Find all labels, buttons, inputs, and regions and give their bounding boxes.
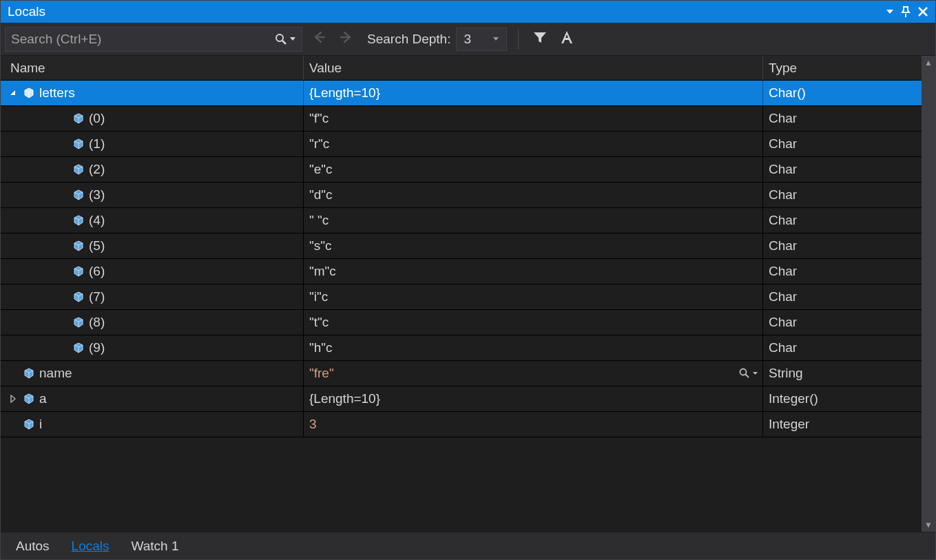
table-row[interactable]: (7)"i"cChar [1,284,922,310]
row-name-cell[interactable]: letters [1,81,304,105]
variable-icon [23,367,35,380]
row-value-cell[interactable]: "s"c [304,234,763,258]
visualizer-icon[interactable] [738,367,758,380]
table-row[interactable]: (8)"t"cChar [1,310,922,335]
row-name-cell[interactable]: (0) [1,106,304,131]
variable-value: "fre" [309,366,334,381]
tab-autos[interactable]: Autos [6,535,59,558]
titlebar-controls [886,6,928,18]
variable-type: Char() [769,85,806,101]
row-value-cell[interactable]: "i"c [304,284,763,309]
row-value-cell[interactable]: 3 [304,412,763,437]
row-name-cell[interactable]: i [1,412,304,437]
variable-value: {Length=10} [309,85,380,101]
row-name-cell[interactable]: (8) [1,310,304,335]
variable-icon [72,342,85,354]
search-input[interactable] [11,32,274,47]
variable-value: "h"c [309,340,333,355]
row-name-cell[interactable]: (4) [1,208,304,233]
search-depth-label: Search Depth: [367,32,450,47]
variable-value: "f"c [309,111,329,126]
variable-type: Integer() [769,391,818,406]
variable-name: (5) [89,238,105,253]
search-prev-icon[interactable] [308,29,330,50]
row-name-cell[interactable]: (9) [1,335,304,360]
table-row[interactable]: name"fre" String [1,361,922,386]
variable-icon [72,291,85,303]
variable-value: "m"c [309,264,336,279]
table-row[interactable]: (9)"h"cChar [1,335,922,361]
variable-icon [23,418,35,431]
row-value-cell[interactable]: "e"c [304,157,763,182]
variable-type: Char [769,111,797,126]
row-type-cell: String [763,361,922,386]
table-row[interactable]: (6)"m"cChar [1,259,922,284]
row-value-cell[interactable]: "f"c [304,106,763,131]
table-row[interactable]: (5)"s"cChar [1,234,922,259]
row-type-cell: Char [763,310,922,335]
row-name-cell[interactable]: (7) [1,284,304,309]
column-header-type[interactable]: Type [763,56,922,80]
row-value-cell[interactable]: {Length=10} [304,386,763,411]
row-value-cell[interactable]: "m"c [304,259,763,284]
table-row[interactable]: (0)"f"cChar [1,106,922,132]
table-row[interactable]: (2)"e"cChar [1,157,922,183]
row-name-cell[interactable]: (2) [1,157,304,182]
scroll-down-icon[interactable]: ▼ [924,520,933,530]
text-format-icon[interactable] [556,29,578,50]
table-row[interactable]: a{Length=10}Integer() [1,386,922,412]
row-type-cell: Char [763,234,922,258]
toolbar: Search Depth: 3 [1,23,935,56]
variable-name: name [39,366,72,381]
search-box[interactable] [5,27,302,52]
variable-name: (0) [89,111,105,126]
variable-name: (6) [89,264,105,279]
search-depth-select[interactable]: 3 [456,28,507,51]
variable-value: "e"c [309,162,333,177]
row-name-cell[interactable]: name [1,361,304,386]
toolbar-separator [518,29,519,50]
row-name-cell[interactable]: (5) [1,234,304,258]
row-value-cell[interactable]: " "c [304,208,763,233]
variable-value: "t"c [309,315,329,330]
variable-icon [72,316,85,329]
search-icon[interactable] [274,32,296,46]
expander-collapsed-icon[interactable] [8,393,19,404]
close-icon[interactable] [917,6,928,17]
row-value-cell[interactable]: "r"c [304,132,763,156]
row-type-cell: Char() [763,81,922,105]
row-value-cell[interactable]: "d"c [304,183,763,207]
variable-value: " "c [309,213,329,228]
vertical-scrollbar[interactable]: ▲ ▼ [922,56,935,532]
window-position-icon[interactable] [886,8,894,15]
row-name-cell[interactable]: (3) [1,183,304,207]
variable-value: "r"c [309,136,329,152]
table-row[interactable]: (1)"r"cChar [1,132,922,157]
filter-icon[interactable] [530,30,550,49]
row-name-cell[interactable]: (1) [1,132,304,156]
table-row[interactable]: (3)"d"cChar [1,183,922,208]
table-row[interactable]: i3Integer [1,412,922,437]
expander-expanded-icon[interactable] [8,87,19,98]
row-value-cell[interactable]: "t"c [304,310,763,335]
table-row[interactable]: letters{Length=10}Char() [1,81,922,106]
column-header-name[interactable]: Name [1,56,304,80]
row-value-cell[interactable]: "h"c [304,335,763,360]
table-row[interactable]: (4)" "cChar [1,208,922,234]
row-name-cell[interactable]: (6) [1,259,304,284]
row-value-cell[interactable]: {Length=10} [304,81,763,105]
locals-panel: Locals Search Depth: [0,0,936,560]
variable-icon [72,138,85,150]
row-type-cell: Char [763,157,922,182]
variable-icon [23,87,35,99]
row-name-cell[interactable]: a [1,386,304,411]
search-next-icon[interactable] [335,29,357,50]
variable-type: Char [769,340,797,355]
row-value-cell[interactable]: "fre" [304,361,763,386]
tab-watch-1[interactable]: Watch 1 [122,535,189,558]
tab-locals[interactable]: Locals [62,535,119,558]
scroll-up-icon[interactable]: ▲ [924,58,933,68]
column-header-value[interactable]: Value [304,56,763,80]
row-type-cell: Integer() [763,386,922,411]
pin-icon[interactable] [901,6,911,18]
